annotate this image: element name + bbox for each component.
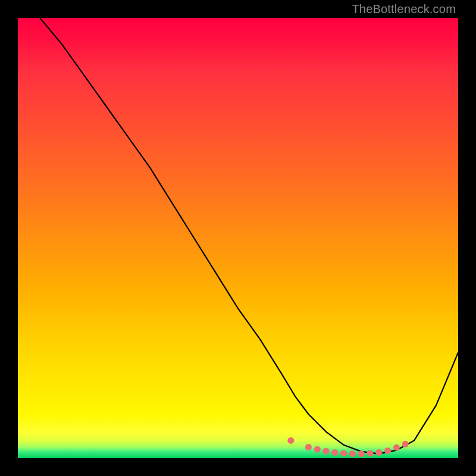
optimal-marker xyxy=(305,444,312,450)
optimal-marker xyxy=(393,444,400,451)
bottleneck-curve xyxy=(40,18,458,454)
optimal-marker xyxy=(384,447,391,454)
optimal-marker xyxy=(402,441,409,447)
optimal-marker xyxy=(375,449,382,456)
optimal-marker xyxy=(314,446,321,453)
chart-svg xyxy=(18,18,458,458)
optimal-marker xyxy=(367,450,374,456)
optimal-marker xyxy=(358,450,365,457)
optimal-marker xyxy=(287,437,294,444)
optimal-marker xyxy=(349,450,356,457)
optimal-marker xyxy=(340,450,347,456)
optimal-marker xyxy=(331,449,338,456)
watermark-text: TheBottleneck.com xyxy=(352,2,456,16)
optimal-marker xyxy=(323,448,330,455)
chart-container: TheBottleneck.com xyxy=(0,0,476,476)
